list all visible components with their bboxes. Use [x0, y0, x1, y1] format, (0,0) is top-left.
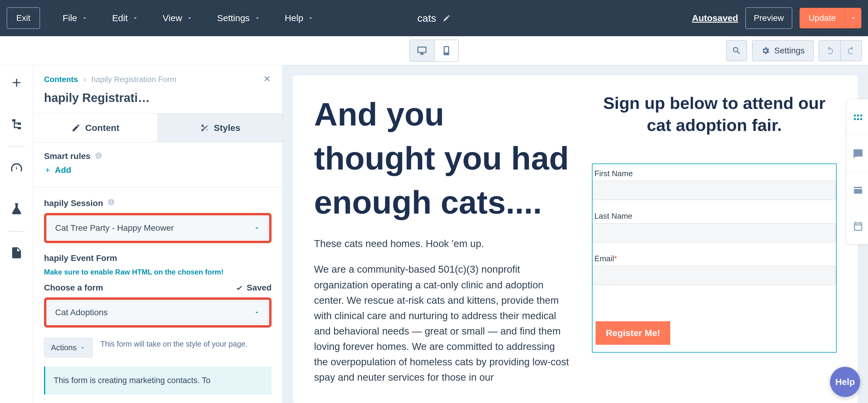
menu-group: File Edit View Settings Help — [63, 13, 314, 23]
form-box[interactable]: First Name Last Name Email* Register Me! — [592, 164, 837, 353]
check-icon — [236, 284, 243, 292]
calendar-icon — [852, 221, 864, 232]
mobile-icon — [441, 45, 452, 56]
choose-form-row: Choose a form Saved — [44, 283, 272, 293]
side-panel: Contents › hapily Registration Form hapi… — [33, 65, 283, 403]
main: Contents › hapily Registration Form hapi… — [0, 65, 868, 403]
menu-help[interactable]: Help — [285, 13, 314, 23]
tab-styles[interactable]: Styles — [158, 113, 282, 142]
flask-icon — [10, 202, 23, 215]
email-input[interactable] — [592, 266, 836, 285]
rail-add[interactable] — [10, 76, 23, 90]
secondbar: Settings — [0, 36, 868, 65]
first-name-input[interactable] — [592, 181, 836, 200]
help-bubble[interactable]: Help — [830, 367, 860, 397]
tab-content[interactable]: Content — [33, 113, 158, 142]
form-select[interactable]: Cat Adoptions — [48, 301, 268, 324]
search-icon — [732, 46, 741, 56]
breadcrumb-row: Contents › hapily Registration Form — [33, 65, 282, 84]
menu-label: View — [163, 13, 182, 23]
secondbar-right: Settings — [726, 40, 862, 61]
register-button[interactable]: Register Me! — [595, 321, 670, 345]
info-icon[interactable] — [107, 198, 115, 208]
info-banner: This form is creating marketing contacts… — [44, 367, 272, 395]
scissors-icon — [200, 123, 209, 133]
chevron-down-icon — [253, 309, 260, 316]
plus-icon — [44, 167, 51, 174]
rr-modules[interactable] — [846, 99, 868, 136]
update-button[interactable]: Update — [800, 8, 845, 28]
close-panel[interactable] — [262, 74, 272, 84]
chevron-down-icon — [307, 15, 314, 22]
rail-file[interactable] — [10, 246, 23, 261]
search-button[interactable] — [726, 40, 747, 61]
rail-test[interactable] — [10, 202, 23, 217]
tab-label: Content — [85, 123, 119, 133]
session-select[interactable]: Cat Tree Party - Happy Meower — [48, 217, 268, 239]
menu-settings[interactable]: Settings — [217, 13, 260, 23]
canvas: And you thought you had enough cats.... … — [283, 65, 868, 403]
device-toggle — [409, 39, 459, 62]
rr-layers[interactable] — [846, 172, 868, 208]
rail-divider — [8, 146, 25, 147]
redo-button[interactable] — [840, 41, 861, 61]
tabs: Content Styles — [33, 113, 282, 142]
menu-label: Help — [285, 13, 304, 23]
actions-button[interactable]: Actions — [44, 338, 93, 357]
chevron-down-icon — [80, 345, 86, 351]
required-mark: * — [614, 254, 617, 263]
preview-button[interactable]: Preview — [745, 7, 792, 29]
breadcrumb-current: hapily Registration Form — [91, 75, 176, 84]
add-label: Add — [55, 165, 71, 175]
device-desktop[interactable] — [410, 40, 434, 61]
session-select-highlight: Cat Tree Party - Happy Meower — [44, 213, 272, 243]
grid-icon — [852, 112, 864, 123]
first-name-label: First Name — [592, 164, 836, 181]
desktop-icon — [416, 45, 427, 56]
tree-icon — [10, 117, 23, 130]
breadcrumb-root[interactable]: Contents — [44, 75, 78, 84]
settings-button[interactable]: Settings — [752, 40, 814, 61]
menu-view[interactable]: View — [163, 13, 193, 23]
page-title-group: cats — [417, 12, 451, 24]
event-form-help: Make sure to enable Raw HTML on the chos… — [44, 268, 272, 276]
update-dropdown[interactable] — [845, 8, 861, 28]
form-column: Sign up below to attend our cat adoption… — [592, 92, 837, 403]
file-icon — [10, 246, 23, 259]
chevron-down-icon — [82, 15, 88, 22]
gear-icon — [761, 46, 770, 55]
last-name-input[interactable] — [592, 223, 836, 242]
choose-form-label: Choose a form — [44, 283, 103, 293]
exit-button[interactable]: Exit — [7, 7, 40, 29]
device-mobile[interactable] — [434, 40, 458, 61]
menu-edit[interactable]: Edit — [112, 13, 138, 23]
hero-heading: And you thought you had enough cats.... — [314, 92, 571, 224]
select-value: Cat Adoptions — [55, 308, 107, 317]
rail-tree[interactable] — [10, 117, 23, 132]
actions-row: Actions This form will take on the style… — [44, 338, 272, 357]
panel-heading: hapily Registrati… — [33, 84, 282, 113]
smart-rules-row: Smart rules — [44, 151, 272, 161]
rr-comments[interactable] — [846, 136, 868, 172]
smart-rules-label: Smart rules — [44, 151, 90, 161]
right-rail — [846, 99, 868, 244]
info-icon[interactable] — [95, 152, 102, 161]
topbar: Exit File Edit View Settings Help cats A… — [0, 0, 868, 36]
undo-button[interactable] — [819, 41, 840, 61]
rr-schedule[interactable] — [846, 208, 868, 244]
pencil-icon[interactable] — [443, 14, 451, 22]
menu-file[interactable]: File — [63, 13, 88, 23]
tab-label: Styles — [214, 123, 240, 133]
chevron-down-icon — [132, 15, 138, 22]
topbar-right: Autosaved Preview Update — [692, 7, 861, 29]
add-smart-rule[interactable]: Add — [44, 165, 272, 175]
autosaved-link[interactable]: Autosaved — [692, 13, 738, 23]
undo-group — [818, 40, 862, 61]
rail-performance[interactable] — [10, 161, 23, 176]
close-icon — [262, 74, 272, 83]
sub-heading: These cats need homes. Hook 'em up. — [314, 238, 571, 250]
page-title: cats — [417, 12, 436, 24]
menu-label: Settings — [217, 13, 250, 23]
saved-indicator: Saved — [236, 283, 272, 293]
menu-label: File — [63, 13, 77, 23]
